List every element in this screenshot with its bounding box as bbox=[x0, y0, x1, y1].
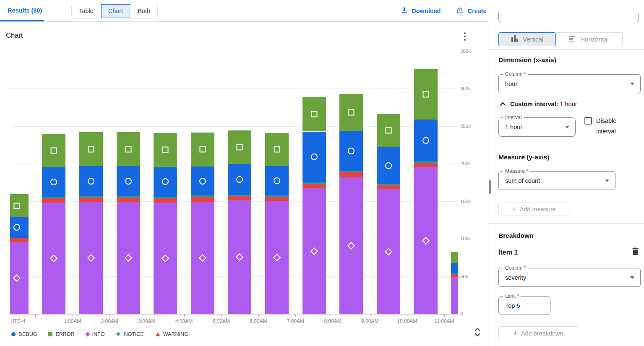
view-toggle-both[interactable]: Both bbox=[130, 4, 157, 18]
bar-segment-warning[interactable] bbox=[10, 238, 29, 242]
measure-select[interactable]: Measure * sum of count bbox=[498, 171, 615, 190]
add-breakdown-button[interactable]: + Add breakdown bbox=[498, 326, 578, 340]
bar-segment-info[interactable] bbox=[339, 177, 363, 314]
bar-segment-warning[interactable] bbox=[451, 273, 458, 276]
bar-segment-debug[interactable] bbox=[117, 166, 140, 196]
bar-segment-warning[interactable] bbox=[265, 197, 289, 201]
bar-segment-info[interactable] bbox=[377, 189, 400, 314]
stacked-bar[interactable] bbox=[154, 133, 177, 314]
bar-segment-error[interactable] bbox=[302, 97, 326, 131]
stacked-bar[interactable] bbox=[339, 94, 363, 314]
legend-item-info[interactable]: INFO bbox=[86, 331, 105, 337]
stacked-bar[interactable] bbox=[42, 134, 65, 314]
bar-segment-info[interactable] bbox=[414, 167, 438, 314]
bar-segment-info[interactable] bbox=[228, 200, 251, 314]
bar-segment-notice[interactable] bbox=[451, 273, 458, 274]
bar-segment-notice[interactable] bbox=[191, 195, 214, 197]
delete-breakdown-icon[interactable] bbox=[632, 247, 639, 257]
stacked-bar[interactable] bbox=[10, 194, 29, 314]
legend-item-debug[interactable]: DEBUG bbox=[11, 331, 37, 337]
stacked-bar[interactable] bbox=[117, 132, 140, 314]
bar-segment-debug[interactable] bbox=[377, 147, 400, 184]
bar-segment-warning[interactable] bbox=[414, 163, 438, 167]
stacked-bar[interactable] bbox=[377, 114, 400, 314]
bar-segment-warning[interactable] bbox=[154, 198, 177, 203]
bar-segment-notice[interactable] bbox=[377, 184, 400, 185]
bar-segment-info[interactable] bbox=[42, 203, 65, 314]
bar-segment-info[interactable] bbox=[451, 277, 458, 314]
bar-segment-info[interactable] bbox=[302, 188, 326, 314]
view-toggle-table[interactable]: Table bbox=[72, 4, 101, 18]
bar-segment-notice[interactable] bbox=[42, 197, 65, 198]
bar-segment-error[interactable] bbox=[377, 114, 400, 147]
bar-segment-warning[interactable] bbox=[42, 198, 65, 203]
bar-segment-notice[interactable] bbox=[154, 197, 177, 198]
download-button[interactable]: Download bbox=[400, 6, 441, 16]
add-measure-button[interactable]: + Add measure bbox=[498, 203, 569, 216]
bar-segment-error[interactable] bbox=[154, 133, 177, 166]
bar-segment-warning[interactable] bbox=[302, 184, 326, 188]
bar-segment-notice[interactable] bbox=[10, 238, 29, 239]
orientation-vertical-button[interactable]: Vertical bbox=[498, 32, 556, 46]
bar-segment-debug[interactable] bbox=[451, 263, 458, 273]
stacked-bar[interactable] bbox=[414, 69, 438, 314]
bar-segment-debug[interactable] bbox=[414, 120, 438, 161]
bar-segment-warning[interactable] bbox=[377, 185, 400, 189]
custom-interval-toggle[interactable]: Custom interval: 1 hour bbox=[500, 101, 577, 107]
bar-segment-warning[interactable] bbox=[339, 172, 363, 178]
bar-segment-debug[interactable] bbox=[228, 164, 251, 195]
bar-segment-notice[interactable] bbox=[339, 171, 363, 172]
bar-segment-info[interactable] bbox=[79, 202, 103, 314]
bar-segment-info[interactable] bbox=[117, 202, 140, 314]
stacked-bar[interactable] bbox=[265, 133, 289, 314]
bar-segment-debug[interactable] bbox=[265, 166, 289, 195]
bar-segment-debug[interactable] bbox=[339, 131, 363, 172]
bar-segment-error[interactable] bbox=[79, 132, 103, 166]
bar-segment-notice[interactable] bbox=[228, 195, 251, 197]
bar-segment-info[interactable] bbox=[265, 201, 289, 314]
bar-segment-error[interactable] bbox=[265, 133, 289, 166]
bar-segment-debug[interactable] bbox=[154, 167, 177, 197]
unfold-chart-icon[interactable] bbox=[473, 328, 482, 338]
stacked-bar[interactable] bbox=[191, 133, 214, 314]
bar-segment-debug[interactable] bbox=[302, 132, 326, 183]
bar-segment-notice[interactable] bbox=[79, 196, 103, 198]
bar-segment-error[interactable] bbox=[117, 132, 140, 166]
bar-segment-info[interactable] bbox=[154, 203, 177, 314]
clipped-query-field[interactable] bbox=[498, 13, 639, 22]
bar-segment-debug[interactable] bbox=[191, 166, 214, 196]
stacked-bar[interactable] bbox=[228, 130, 251, 314]
tab-results[interactable]: Results (80) bbox=[0, 0, 44, 21]
legend-item-warning[interactable]: WARNING bbox=[155, 331, 188, 337]
dimension-column-select[interactable]: Column * hour bbox=[498, 74, 641, 93]
view-toggle-chart[interactable]: Chart bbox=[101, 4, 130, 18]
bar-segment-debug[interactable] bbox=[42, 167, 65, 197]
interval-select[interactable]: Interval 1 hour bbox=[498, 117, 576, 137]
bar-segment-warning[interactable] bbox=[191, 197, 214, 202]
chart-menu-kebab-icon[interactable] bbox=[461, 31, 468, 42]
breakdown-limit-field[interactable]: Limit * Top 5 bbox=[498, 296, 550, 315]
bar-segment-error[interactable] bbox=[228, 130, 251, 164]
bar-segment-error[interactable] bbox=[451, 252, 458, 263]
bar-segment-warning[interactable] bbox=[228, 196, 251, 200]
panel-scrollbar-thumb[interactable] bbox=[489, 180, 491, 194]
bar-segment-notice[interactable] bbox=[302, 182, 326, 184]
legend-item-notice[interactable]: NOTICE bbox=[116, 331, 143, 337]
stacked-bar[interactable] bbox=[79, 132, 103, 314]
legend-item-error[interactable]: ERROR bbox=[48, 331, 74, 337]
bar-segment-notice[interactable] bbox=[265, 195, 289, 197]
bar-segment-info[interactable] bbox=[10, 242, 29, 314]
bar-segment-error[interactable] bbox=[414, 69, 438, 120]
bar-segment-warning[interactable] bbox=[117, 198, 140, 202]
stacked-bar[interactable] bbox=[302, 97, 326, 314]
bar-segment-warning[interactable] bbox=[79, 198, 103, 202]
orientation-horizontal-button[interactable]: Horizontal bbox=[555, 32, 623, 46]
bar-segment-error[interactable] bbox=[42, 134, 65, 167]
bar-segment-error[interactable] bbox=[10, 194, 29, 217]
bar-segment-notice[interactable] bbox=[414, 161, 438, 163]
bar-segment-info[interactable] bbox=[191, 202, 214, 314]
breakdown-column-select[interactable]: Column * severity bbox=[498, 268, 641, 287]
bar-segment-notice[interactable] bbox=[117, 196, 140, 198]
bar-segment-debug[interactable] bbox=[10, 217, 29, 237]
bar-segment-error[interactable] bbox=[339, 94, 363, 131]
